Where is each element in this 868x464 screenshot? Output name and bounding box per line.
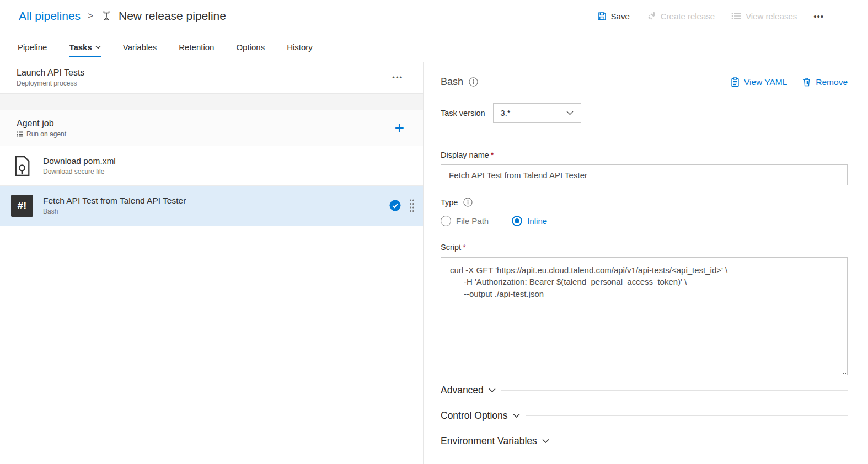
script-textarea[interactable]: curl -X GET 'https://apit.eu.cloud.talen…	[441, 257, 848, 375]
agent-job-title: Agent job	[17, 119, 66, 129]
chevron-down-icon	[542, 439, 549, 444]
chevron-down-icon	[95, 45, 101, 49]
section-divider	[555, 441, 848, 441]
agent-icon	[17, 131, 23, 137]
more-options-icon[interactable]: •••	[813, 12, 824, 21]
radio-inline-label: Inline	[527, 216, 547, 226]
info-icon[interactable]	[463, 198, 473, 207]
tab-options[interactable]: Options	[236, 32, 265, 62]
task-type-title: Bash	[441, 76, 463, 88]
section-advanced[interactable]: Advanced	[441, 377, 848, 403]
view-releases-button[interactable]: View releases	[731, 12, 797, 21]
required-asterisk: *	[491, 151, 494, 159]
page-title: New release pipeline	[119, 9, 226, 23]
stage-more-options-icon[interactable]: •••	[392, 73, 403, 82]
save-icon	[597, 12, 607, 21]
task-title: Fetch API Test from Talend API Tester	[43, 196, 186, 206]
section-control-options[interactable]: Control Options	[441, 403, 848, 428]
tab-variables-label: Variables	[123, 42, 157, 52]
section-environment-variables[interactable]: Environment Variables	[441, 428, 848, 454]
stage-subtitle: Deployment process	[17, 79, 84, 87]
chevron-down-icon	[566, 111, 574, 115]
required-asterisk: *	[463, 243, 466, 252]
tab-options-label: Options	[236, 42, 265, 52]
tab-tasks[interactable]: Tasks	[69, 32, 100, 62]
breadcrumb-separator-icon: >	[87, 10, 94, 22]
display-name-input[interactable]	[441, 164, 848, 185]
tab-pipeline[interactable]: Pipeline	[18, 32, 47, 62]
task-list-panel: Launch API Tests Deployment process ••• …	[0, 62, 424, 464]
add-task-button[interactable]: +	[394, 120, 404, 136]
section-divider	[501, 390, 848, 391]
task-version-value: 3.*	[501, 109, 511, 118]
breadcrumb-all-pipelines[interactable]: All pipelines	[19, 9, 81, 23]
release-pipeline-icon	[100, 10, 112, 22]
release-pipeline-editor: All pipelines > New release pipeline	[0, 0, 868, 464]
task-subtitle: Download secure file	[43, 168, 116, 175]
task-version-label: Task version	[441, 109, 485, 118]
remove-label: Remove	[816, 77, 848, 87]
task-detail-panel: Bash	[424, 62, 868, 464]
create-release-label: Create release	[661, 12, 715, 21]
agent-job-row[interactable]: Agent job Run on agent +	[0, 110, 423, 146]
tab-tasks-label: Tasks	[69, 42, 92, 52]
display-name-label: Display name	[441, 151, 489, 159]
bash-task-icon: #!	[11, 195, 33, 217]
save-label: Save	[611, 12, 630, 21]
section-control-options-label: Control Options	[441, 410, 508, 422]
type-radio-group: File Path Inline	[441, 216, 848, 226]
stage-title: Launch API Tests	[17, 68, 84, 78]
section-environment-variables-label: Environment Variables	[441, 435, 537, 447]
view-yaml-button[interactable]: View YAML	[731, 77, 787, 87]
script-label: Script	[441, 243, 461, 252]
secure-file-icon	[11, 155, 33, 177]
chevron-down-icon	[513, 413, 520, 418]
list-gap	[0, 94, 423, 110]
chevron-down-icon	[489, 388, 496, 393]
tab-retention-label: Retention	[179, 42, 214, 52]
task-subtitle: Bash	[43, 207, 186, 215]
task-row-fetch-api-test[interactable]: #! Fetch API Test from Talend API Tester…	[0, 186, 423, 226]
tab-history[interactable]: History	[287, 32, 313, 62]
radio-inline[interactable]: Inline	[512, 216, 547, 226]
stage-header: Launch API Tests Deployment process •••	[0, 62, 423, 94]
breadcrumb: All pipelines > New release pipeline	[19, 9, 226, 23]
agent-job-subtitle: Run on agent	[26, 130, 66, 138]
selected-check-icon	[389, 200, 401, 211]
list-icon	[731, 12, 741, 20]
tab-history-label: History	[287, 42, 313, 52]
header-toolbar: Save Create release	[597, 11, 824, 21]
yaml-document-icon	[731, 77, 740, 87]
task-version-select[interactable]: 3.*	[493, 103, 581, 123]
radio-file-path-label: File Path	[456, 216, 489, 226]
tab-pipeline-label: Pipeline	[18, 42, 47, 52]
remove-task-button[interactable]: Remove	[802, 77, 848, 87]
type-label: Type	[441, 198, 458, 207]
drag-handle-icon[interactable]	[409, 198, 415, 214]
top-header: All pipelines > New release pipeline	[0, 0, 868, 32]
view-yaml-label: View YAML	[744, 77, 787, 87]
section-advanced-label: Advanced	[441, 385, 484, 396]
rocket-icon	[646, 11, 656, 21]
radio-selected-icon	[512, 216, 522, 226]
radio-unselected-icon	[441, 216, 451, 226]
save-button[interactable]: Save	[597, 12, 630, 21]
pipeline-tabs: Pipeline Tasks Variables Retention Optio…	[0, 32, 868, 62]
section-divider	[526, 415, 848, 416]
radio-file-path[interactable]: File Path	[441, 216, 489, 226]
tab-retention[interactable]: Retention	[179, 32, 214, 62]
tab-variables[interactable]: Variables	[123, 32, 157, 62]
task-title: Download pom.xml	[43, 156, 116, 166]
info-icon[interactable]	[469, 77, 478, 87]
create-release-button[interactable]: Create release	[646, 11, 715, 21]
view-releases-label: View releases	[746, 12, 797, 21]
task-row-download-pom[interactable]: Download pom.xml Download secure file	[0, 146, 423, 186]
trash-icon	[802, 77, 811, 87]
